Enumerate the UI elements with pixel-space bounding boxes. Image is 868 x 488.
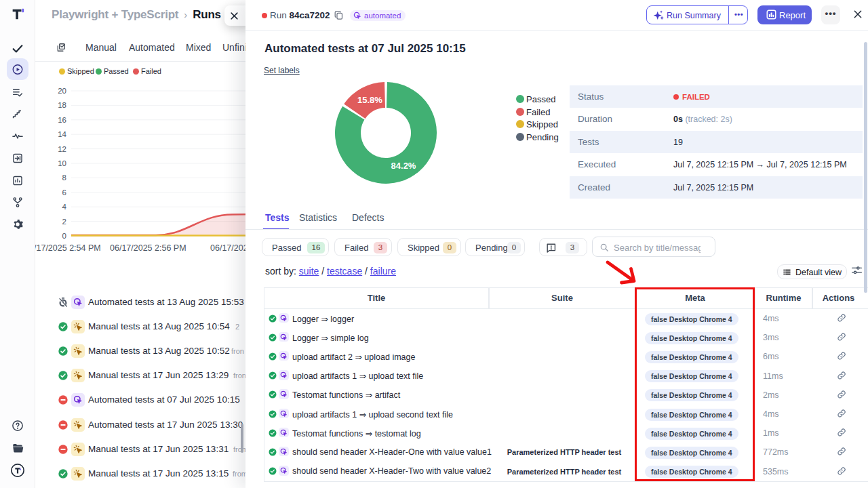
svg-text:4: 4: [62, 203, 67, 211]
svg-text:84.2%: 84.2%: [391, 161, 416, 171]
svg-text:14: 14: [58, 130, 66, 138]
svg-text:6: 6: [62, 188, 66, 197]
svg-text:/17/2025 2:54 PM: /17/2025 2:54 PM: [35, 243, 101, 253]
svg-text:06/17/2025 2:56 PM: 06/17/2025 2:56 PM: [110, 243, 186, 253]
svg-text:8: 8: [62, 174, 66, 182]
svg-text:18: 18: [58, 101, 66, 109]
svg-text:10: 10: [58, 159, 66, 167]
svg-text:15.8%: 15.8%: [357, 95, 382, 105]
svg-text:2: 2: [62, 218, 66, 226]
svg-text:20: 20: [58, 87, 66, 95]
svg-text:12: 12: [58, 145, 66, 153]
svg-text:16: 16: [58, 116, 66, 124]
svg-text:06/17/2025: 06/17/2025: [210, 243, 245, 253]
svg-text:0: 0: [62, 232, 66, 240]
